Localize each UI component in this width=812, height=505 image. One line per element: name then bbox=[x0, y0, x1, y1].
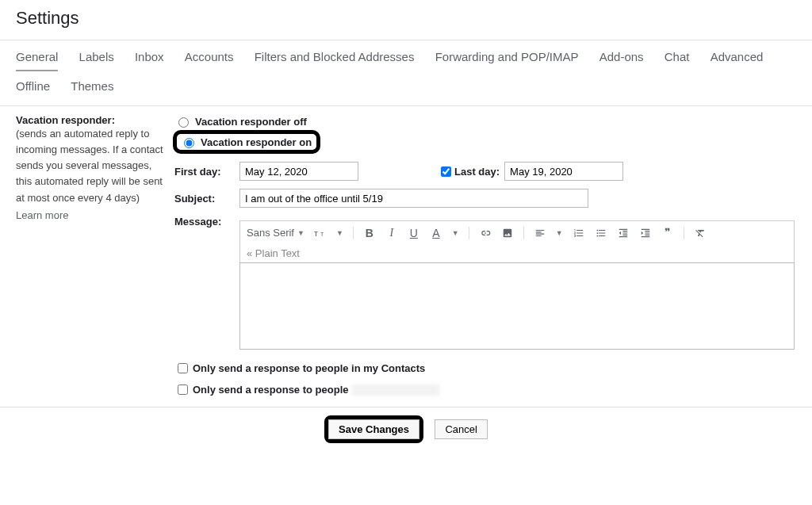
align-button[interactable] bbox=[534, 228, 546, 239]
responder-off-label: Vacation responder off bbox=[195, 116, 307, 128]
subject-label: Subject: bbox=[174, 193, 239, 205]
contacts-only-label: Only send a response to people in my Con… bbox=[193, 362, 425, 374]
section-title: Vacation responder: bbox=[16, 109, 168, 126]
tab-themes[interactable]: Themes bbox=[71, 79, 113, 99]
section-left-column: Vacation responder: (sends an automated … bbox=[16, 109, 174, 397]
domain-only-checkbox[interactable] bbox=[178, 384, 188, 395]
editor-toolbar: Sans Serif ▼ тT ▼ B I U A ▼ bbox=[239, 220, 795, 244]
link-button[interactable] bbox=[479, 228, 492, 239]
tab-accounts[interactable]: Accounts bbox=[185, 50, 234, 70]
tab-addons[interactable]: Add-ons bbox=[599, 50, 644, 70]
image-button[interactable] bbox=[501, 228, 514, 239]
vacation-responder-section: Vacation responder: (sends an automated … bbox=[0, 105, 812, 397]
responder-on-highlight: Vacation responder on bbox=[173, 130, 320, 154]
last-day-checkbox[interactable] bbox=[441, 166, 451, 177]
settings-tabs: General Labels Inbox Accounts Filters an… bbox=[0, 40, 812, 105]
settings-header: Settings bbox=[0, 0, 812, 40]
text-color-button[interactable]: A bbox=[430, 227, 442, 239]
indent-more-button[interactable] bbox=[639, 228, 652, 239]
italic-button[interactable]: I bbox=[385, 227, 398, 239]
section-right-column: Vacation responder off Vacation responde… bbox=[174, 109, 812, 397]
tab-forwarding[interactable]: Forwarding and POP/IMAP bbox=[435, 50, 579, 70]
toolbar-separator bbox=[684, 227, 684, 239]
plain-text-label: « Plain Text bbox=[247, 247, 300, 259]
first-day-row: First day: Last day: bbox=[174, 162, 812, 181]
subject-row: Subject: bbox=[174, 189, 812, 208]
bullet-list-button[interactable] bbox=[595, 228, 607, 239]
last-day-input[interactable] bbox=[504, 162, 623, 181]
chevron-down-icon: ▼ bbox=[297, 229, 304, 237]
last-day-block: Last day: bbox=[438, 162, 623, 181]
subject-input[interactable] bbox=[239, 189, 588, 208]
responder-on-radio[interactable] bbox=[184, 138, 194, 148]
tabs-row-2: Offline Themes bbox=[16, 79, 796, 105]
tab-inbox[interactable]: Inbox bbox=[135, 50, 164, 70]
learn-more-link[interactable]: Learn more bbox=[16, 209, 68, 221]
last-day-label: Last day: bbox=[454, 166, 500, 178]
tab-chat[interactable]: Chat bbox=[665, 50, 690, 70]
font-family-label: Sans Serif bbox=[247, 227, 294, 239]
tabs-row-1: General Labels Inbox Accounts Filters an… bbox=[16, 50, 796, 71]
indent-less-button[interactable] bbox=[617, 228, 630, 239]
save-button[interactable]: Save Changes bbox=[328, 419, 419, 439]
svg-text:т: т bbox=[314, 228, 318, 238]
svg-text:T: T bbox=[320, 231, 324, 237]
tab-general[interactable]: General bbox=[16, 50, 58, 71]
chevron-down-icon: ▼ bbox=[336, 229, 343, 237]
toolbar-separator bbox=[523, 227, 524, 239]
cancel-button[interactable]: Cancel bbox=[435, 419, 487, 439]
chevron-down-icon: ▼ bbox=[556, 229, 563, 237]
domain-only-row[interactable]: Only send a response to people bbox=[174, 382, 812, 397]
page-title: Settings bbox=[16, 8, 79, 28]
domain-only-label: Only send a response to people bbox=[193, 384, 349, 396]
responder-off-row[interactable]: Vacation responder off bbox=[174, 113, 812, 130]
tab-offline[interactable]: Offline bbox=[16, 79, 50, 99]
tab-advanced[interactable]: Advanced bbox=[710, 50, 764, 70]
message-label: Message: bbox=[174, 216, 239, 228]
section-description: (sends an automated reply to incoming me… bbox=[16, 126, 168, 206]
toolbar-separator bbox=[353, 227, 354, 239]
first-day-input[interactable] bbox=[239, 162, 358, 181]
first-day-label: First day: bbox=[174, 166, 239, 178]
editor-container: Sans Serif ▼ тT ▼ B I U A ▼ bbox=[239, 216, 795, 350]
footer-actions: Save Changes Cancel bbox=[0, 407, 812, 451]
remove-formatting-button[interactable] bbox=[694, 228, 707, 239]
underline-button[interactable]: U bbox=[408, 227, 420, 239]
responder-off-radio[interactable] bbox=[178, 117, 189, 128]
font-family-dropdown[interactable]: Sans Serif ▼ bbox=[247, 227, 304, 239]
contacts-only-row[interactable]: Only send a response to people in my Con… bbox=[174, 361, 812, 376]
plain-text-toggle[interactable]: « Plain Text bbox=[239, 244, 795, 262]
quote-button[interactable]: ❞ bbox=[661, 226, 674, 239]
save-button-highlight: Save Changes bbox=[324, 415, 423, 443]
tab-filters[interactable]: Filters and Blocked Addresses bbox=[255, 50, 415, 70]
responder-on-row[interactable]: Vacation responder on bbox=[180, 136, 312, 148]
tab-labels[interactable]: Labels bbox=[79, 50, 114, 70]
redacted-text bbox=[352, 384, 439, 396]
toolbar-separator bbox=[469, 227, 469, 239]
responder-on-label: Vacation responder on bbox=[201, 136, 312, 148]
font-size-button[interactable]: тT bbox=[314, 228, 327, 239]
message-row: Message: Sans Serif ▼ тT ▼ B I U A bbox=[174, 216, 812, 350]
numbered-list-button[interactable] bbox=[573, 228, 585, 239]
message-editor[interactable] bbox=[239, 262, 795, 350]
bold-button[interactable]: B bbox=[363, 227, 376, 239]
chevron-down-icon: ▼ bbox=[452, 229, 459, 237]
contacts-only-checkbox[interactable] bbox=[178, 363, 188, 373]
